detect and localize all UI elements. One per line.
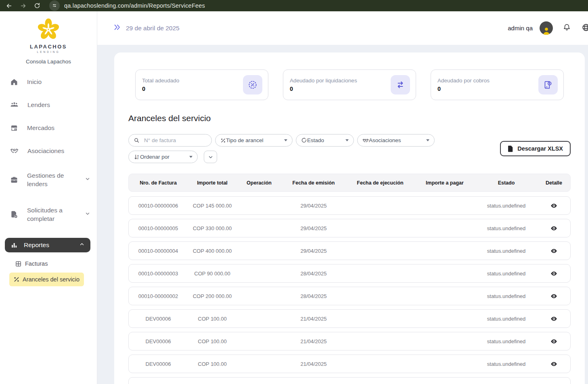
column-header: Fecha de emisión (281, 180, 346, 186)
invoice-number: 00010-00000005 (129, 225, 188, 231)
sidebar: LAPACHOS LENDING Consola Lapachos Inicio… (0, 11, 97, 384)
table-row[interactable]: 00010-00000006 COP 145 000.00 29/04/2025… (128, 196, 571, 215)
search-input[interactable] (143, 137, 200, 144)
flower-logo-icon (37, 18, 60, 41)
table-row[interactable]: 00010-00000005 COP 330 000.00 29/04/2025… (128, 219, 571, 237)
table-row[interactable]: 00010-00000004 COP 400 000.00 29/04/2025… (128, 241, 571, 260)
column-header: Importe a pagar (414, 180, 475, 186)
filter-tipo-de-arancel[interactable]: Tipo de arancel (215, 134, 293, 147)
sidebar-item-aranceles-del-servicio[interactable]: Aranceles del servicio (9, 273, 84, 286)
console-label: Consola Lapachos (0, 59, 97, 65)
dropdown-caret-icon (345, 139, 349, 141)
table-row[interactable]: DEV00006 COP 100.00 21/04/2025 status.un… (128, 355, 571, 373)
card-value: 0 (290, 86, 391, 92)
view-detail-button[interactable] (538, 315, 570, 322)
sidebar-item-asociaciones[interactable]: Asociaciones (0, 139, 97, 162)
column-header: Importe total (188, 180, 237, 186)
table-row[interactable]: DEV00006 COP 100.00 21/04/2025 status.un… (128, 309, 571, 328)
invoice-number: 00010-00000002 (129, 293, 188, 299)
view-detail-button[interactable] (538, 361, 570, 367)
sidebar-item-reportes[interactable]: Reportes (5, 238, 90, 252)
view-detail-button[interactable] (538, 202, 570, 209)
invoice-number: 00010-00000006 (129, 203, 188, 209)
invoice-dollar-icon (538, 75, 558, 94)
brand-name: LAPACHOS (0, 44, 97, 50)
view-detail-button[interactable] (538, 293, 570, 300)
home-icon (10, 78, 18, 86)
issue-date: 29/04/2025 (281, 248, 346, 254)
total-amount: COP 100.00 (188, 338, 237, 344)
view-detail-button[interactable] (538, 248, 570, 254)
invoice-number: 00010-00000003 (129, 271, 188, 277)
column-header: Fecha de ejecución (346, 180, 414, 186)
language-globe-icon[interactable] (582, 23, 588, 34)
eye-icon (550, 361, 557, 367)
total-amount: COP 200 000.00 (188, 293, 237, 299)
card-total-adeudado: Total adeudado 0 (135, 69, 268, 100)
status-text: status.undefined (475, 271, 538, 277)
download-xlsx-button[interactable]: Descargar XLSX (500, 141, 571, 156)
card-value: 0 (437, 86, 538, 92)
sidebar-nav: Inicio Lenders Mercados Asociaciones Ges… (0, 70, 97, 286)
discount-badge-icon (243, 75, 262, 94)
address-bar[interactable]: qa.lapachoslending.com/admin/Reports/Ser… (64, 2, 205, 9)
avatar[interactable] (540, 21, 553, 35)
view-detail-button[interactable] (538, 338, 570, 345)
sidebar-item-mercados[interactable]: Mercados (0, 116, 97, 139)
dropdown-caret-icon (284, 139, 287, 141)
total-amount: COP 90 000.00 (188, 271, 237, 277)
sidebar-expand-icon[interactable] (113, 23, 121, 33)
eye-icon (550, 202, 557, 209)
chevron-down-icon (208, 154, 213, 160)
filter-ordenar-por[interactable]: AZ Ordenar por (128, 151, 198, 163)
table-row[interactable]: DEV00006 COP 100.00 21/04/2025 status.un… (128, 332, 571, 350)
sidebar-item-gestiones-de-lenders[interactable]: Gestiones de lenders (0, 162, 97, 197)
svg-text:A: A (137, 154, 139, 157)
sidebar-item-lenders[interactable]: Lenders (0, 93, 97, 116)
issue-date: 21/04/2025 (281, 316, 346, 322)
browser-reload-icon[interactable] (34, 2, 40, 9)
invoice-search-field[interactable] (128, 134, 212, 147)
eye-icon (550, 293, 557, 300)
notifications-bell-icon[interactable] (563, 23, 571, 33)
status-text: status.undefined (475, 248, 538, 254)
percent-icon (220, 138, 226, 143)
sidebar-item-solicitudes-a-completar[interactable]: Solicitudes a completar (0, 197, 97, 232)
table-row[interactable]: 00010-00000002 COP 200 000.00 28/04/2025… (128, 287, 571, 305)
eye-icon (550, 225, 557, 232)
file-icon (508, 145, 513, 152)
issue-date: 29/04/2025 (281, 225, 346, 231)
browser-forward-icon[interactable] (20, 2, 27, 9)
total-amount: COP 145 000.00 (188, 203, 237, 209)
card-value: 0 (142, 86, 243, 92)
status-text: status.undefined (475, 293, 538, 299)
svg-text:Z: Z (137, 157, 139, 159)
invoice-number: DEV00006 (129, 361, 188, 367)
document-check-icon (10, 210, 18, 218)
main-area: Total adeudado 0 Adeudado por liquidacio… (97, 45, 588, 384)
bar-chart-icon (10, 241, 18, 249)
eye-icon (550, 315, 557, 322)
filter-estado[interactable]: Estado (296, 134, 354, 147)
filter-asociaciones[interactable]: Asociaciones (357, 134, 435, 147)
expand-filters-button[interactable] (204, 151, 217, 163)
table-row[interactable]: 00010-00000003 COP 90 000.00 28/04/2025 … (128, 264, 571, 283)
sidebar-item-facturas[interactable]: Facturas (15, 258, 97, 269)
sort-az-icon: AZ (134, 154, 140, 160)
status-circle-icon (301, 137, 307, 143)
invoice-number: DEV00006 (129, 338, 188, 344)
handshake-icon (10, 147, 19, 155)
sidebar-item-inicio[interactable]: Inicio (0, 70, 97, 93)
page-title: Aranceles del servicio (128, 113, 571, 123)
invoice-number: DEV00006 (129, 316, 188, 322)
summary-cards: Total adeudado 0 Adeudado por liquidacio… (135, 69, 571, 100)
view-detail-button[interactable] (538, 270, 570, 277)
issue-date: 28/04/2025 (281, 271, 346, 277)
view-detail-button[interactable] (538, 225, 570, 232)
browser-back-icon[interactable] (6, 2, 13, 9)
filters-bar: Tipo de arancel Estado Asociaciones (128, 134, 571, 163)
site-settings-icon[interactable] (49, 0, 60, 11)
eye-icon (550, 270, 557, 277)
status-text: status.undefined (475, 203, 538, 209)
total-amount: COP 400 000.00 (188, 248, 237, 254)
